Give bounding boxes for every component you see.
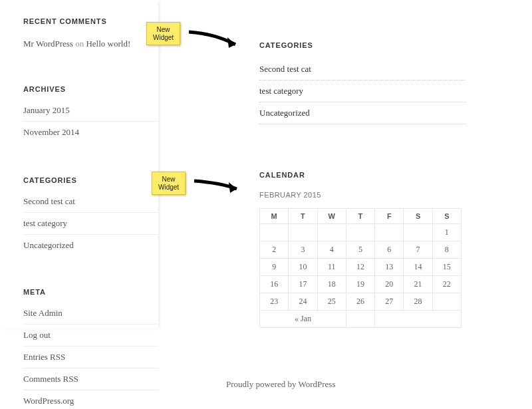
comment-author-link[interactable]: Mr WordPress	[23, 39, 73, 49]
calendar-day[interactable]: 10	[289, 259, 317, 276]
meta-item: WordPress.org	[23, 390, 158, 410]
calendar-dow: T	[346, 209, 374, 224]
categories-widget-sidebar: CATEGORIES Second test cat test category…	[23, 176, 158, 256]
calendar-dow: S	[404, 209, 432, 224]
calendar-day[interactable]: 24	[289, 293, 317, 311]
recent-comments-title: RECENT COMMENTS	[23, 17, 158, 25]
calendar-day[interactable]: 17	[289, 276, 317, 293]
categories-title-main: CATEGORIES	[259, 41, 466, 49]
calendar-day[interactable]	[432, 293, 461, 311]
calendar-day[interactable]: 7	[404, 241, 432, 259]
calendar-day[interactable]: 6	[375, 241, 404, 259]
meta-widget: META Site Admin Log out Entries RSS Comm…	[23, 288, 158, 410]
category-item: test category	[23, 212, 158, 234]
calendar-day[interactable]: 4	[317, 241, 346, 259]
calendar-day[interactable]: 26	[346, 293, 374, 311]
calendar-day[interactable]: 9	[260, 259, 289, 276]
calendar-day[interactable]	[346, 224, 374, 241]
calendar-day[interactable]: 28	[404, 293, 432, 311]
annotation-label-1: New Widget	[146, 22, 180, 45]
categories-widget-main: CATEGORIES Second test cat test category…	[193, 0, 532, 124]
archive-item: November 2014	[23, 121, 158, 143]
calendar-dow: W	[317, 209, 346, 224]
footer-credit-link[interactable]: Proudly powered by WordPress	[226, 379, 335, 389]
calendar-day[interactable]: 23	[260, 293, 289, 311]
comment-on-word: on	[75, 39, 84, 49]
category-item: test category	[259, 80, 466, 102]
calendar-day[interactable]: 2	[260, 241, 289, 259]
main-content: CATEGORIES Second test cat test category…	[193, 0, 532, 328]
calendar-day[interactable]: 14	[404, 259, 432, 276]
calendar-day[interactable]	[260, 224, 289, 241]
calendar-day[interactable]: 12	[346, 259, 374, 276]
calendar-day[interactable]: 15	[432, 259, 461, 276]
calendar-title: CALENDAR	[259, 171, 466, 179]
calendar-prev-link[interactable]: « Jan	[295, 314, 311, 323]
calendar-pad	[346, 311, 374, 328]
calendar-widget: CALENDAR FEBRUARY 2015 M T W T F S S	[193, 124, 532, 328]
calendar-day[interactable]: 13	[375, 259, 404, 276]
calendar-dow: F	[375, 209, 404, 224]
footer-credit[interactable]: Proudly powered by WordPress	[193, 379, 532, 390]
calendar-day[interactable]	[317, 224, 346, 241]
calendar-day[interactable]: 5	[346, 241, 374, 259]
calendar-day[interactable]: 3	[289, 241, 317, 259]
meta-item: Log out	[23, 324, 158, 346]
calendar-dow: S	[432, 209, 461, 224]
calendar-day[interactable]	[375, 224, 404, 241]
calendar-dow: T	[289, 209, 317, 224]
calendar-table: M T W T F S S 1	[259, 208, 462, 328]
categories-title-sidebar: CATEGORIES	[23, 176, 158, 184]
category-item: Second test cat	[23, 196, 158, 212]
archives-title: ARCHIVES	[23, 85, 158, 93]
calendar-day[interactable]: 27	[375, 293, 404, 311]
left-sidebar: RECENT COMMENTS Mr WordPress on Hello wo…	[0, 0, 158, 329]
calendar-day[interactable]: 8	[432, 241, 461, 259]
calendar-day[interactable]: 25	[317, 293, 346, 311]
calendar-day[interactable]: 11	[317, 259, 346, 276]
category-item: Second test cat	[259, 64, 466, 80]
archive-item: January 2015	[23, 105, 158, 121]
calendar-caption: FEBRUARY 2015	[259, 191, 466, 199]
calendar-next-cell	[375, 311, 462, 328]
calendar-day[interactable]	[289, 224, 317, 241]
calendar-day[interactable]: 22	[432, 276, 461, 293]
calendar-dow: M	[260, 209, 289, 224]
annotation-label-2: New Widget	[152, 172, 186, 195]
comment-post-link[interactable]: Hello world!	[86, 39, 130, 49]
meta-item: Comments RSS	[23, 368, 158, 390]
category-item: Uncategorized	[259, 102, 466, 124]
meta-title: META	[23, 288, 158, 296]
archives-widget: ARCHIVES January 2015 November 2014	[23, 85, 158, 143]
calendar-day[interactable]: 20	[375, 276, 404, 293]
calendar-body: 1 2 3 4 5 6 7 8 9 10 11 12 13 14	[260, 224, 462, 311]
meta-item: Site Admin	[23, 308, 158, 324]
calendar-day[interactable]: 18	[317, 276, 346, 293]
calendar-day[interactable]: 16	[260, 276, 289, 293]
category-item: Uncategorized	[23, 234, 158, 256]
recent-comment-item: Mr WordPress on Hello world!	[23, 37, 158, 51]
recent-comments-widget: RECENT COMMENTS Mr WordPress on Hello wo…	[23, 17, 158, 51]
calendar-day[interactable]: 1	[432, 224, 461, 241]
calendar-day[interactable]	[404, 224, 432, 241]
meta-item: Entries RSS	[23, 346, 158, 368]
calendar-day[interactable]: 21	[404, 276, 432, 293]
calendar-day[interactable]: 19	[346, 276, 374, 293]
